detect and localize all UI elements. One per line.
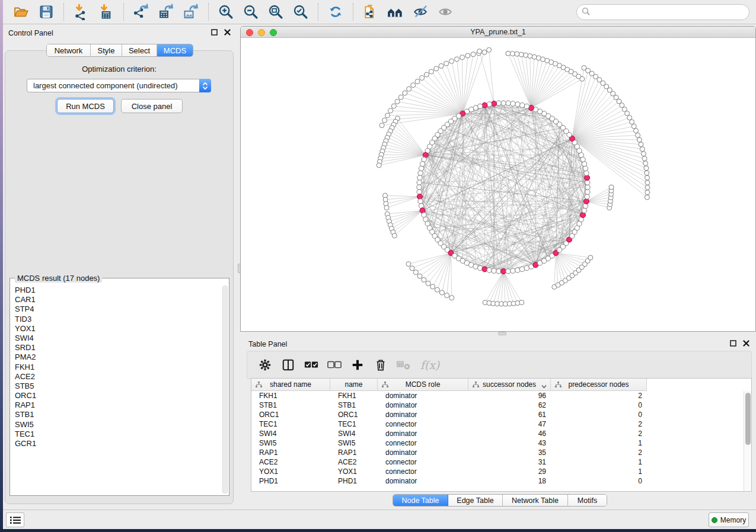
- export-table-icon[interactable]: [157, 3, 175, 21]
- graph-node[interactable]: [584, 171, 589, 175]
- scrollbar-thumb[interactable]: [745, 393, 751, 445]
- graph-leaf-node[interactable]: [528, 54, 532, 59]
- graph-node[interactable]: [515, 102, 520, 107]
- graph-leaf-node[interactable]: [515, 52, 519, 56]
- mcds-node[interactable]: [417, 194, 422, 199]
- graph-node[interactable]: [519, 102, 524, 107]
- mcds-node-item[interactable]: CAR1: [11, 295, 221, 305]
- mcds-node-item[interactable]: SWI5: [11, 420, 221, 430]
- delete-icon[interactable]: [374, 358, 388, 372]
- graph-node[interactable]: [492, 268, 496, 273]
- graph-leaf-node[interactable]: [444, 61, 449, 66]
- add-icon[interactable]: [350, 358, 365, 372]
- search-input[interactable]: [593, 8, 735, 17]
- graph-node[interactable]: [417, 185, 422, 190]
- mcds-node[interactable]: [482, 267, 487, 272]
- graph-leaf-node[interactable]: [392, 233, 397, 238]
- graph-leaf-node[interactable]: [449, 296, 454, 300]
- optimization-criterion-select[interactable]: largest connected component (undirected): [27, 79, 211, 92]
- graph-leaf-node[interactable]: [449, 59, 454, 63]
- graph-node[interactable]: [515, 268, 520, 273]
- graph-node[interactable]: [511, 101, 515, 106]
- export-network-icon[interactable]: [132, 3, 150, 21]
- graph-leaf-node[interactable]: [426, 281, 430, 286]
- network-graph-canvas[interactable]: [241, 39, 755, 331]
- graph-leaf-node[interactable]: [439, 290, 444, 295]
- graph-leaf-node[interactable]: [645, 190, 650, 195]
- houses-icon[interactable]: [387, 3, 404, 21]
- zoom-fit-icon[interactable]: [267, 3, 285, 21]
- graph-node[interactable]: [418, 171, 423, 175]
- graph-leaf-node[interactable]: [424, 72, 429, 77]
- graph-node[interactable]: [583, 166, 588, 171]
- zoom-selected-icon[interactable]: [292, 3, 310, 21]
- graph-leaf-node[interactable]: [403, 91, 407, 95]
- refresh-icon[interactable]: [327, 3, 344, 21]
- graph-leaf-node[interactable]: [524, 53, 528, 57]
- table-row[interactable]: SWI5SWI5connector431: [251, 438, 743, 448]
- graph-node[interactable]: [496, 101, 501, 105]
- graph-node[interactable]: [585, 185, 590, 190]
- zoom-in-icon[interactable]: [217, 3, 235, 21]
- graph-leaf-node[interactable]: [407, 86, 412, 91]
- graph-leaf-node[interactable]: [482, 50, 487, 55]
- select-all-icon[interactable]: [304, 358, 318, 372]
- open-folder-icon[interactable]: [12, 3, 30, 21]
- graph-node[interactable]: [585, 190, 590, 194]
- graph-node[interactable]: [420, 162, 425, 166]
- graph-node[interactable]: [506, 101, 511, 105]
- graph-leaf-node[interactable]: [634, 129, 639, 133]
- graph-node[interactable]: [417, 175, 422, 180]
- columns-icon[interactable]: [281, 358, 295, 372]
- settings-icon[interactable]: [258, 358, 272, 372]
- graph-leaf-node[interactable]: [519, 52, 524, 57]
- share-document-icon[interactable]: [362, 3, 379, 21]
- table-row[interactable]: PHD1PHD1dominator180: [251, 476, 743, 486]
- graph-leaf-node[interactable]: [582, 66, 586, 70]
- graph-leaf-node[interactable]: [420, 76, 425, 81]
- graph-leaf-node[interactable]: [510, 52, 515, 56]
- graph-leaf-node[interactable]: [471, 52, 476, 57]
- graph-leaf-node[interactable]: [382, 118, 387, 123]
- column-header-shared-name[interactable]: shared name: [251, 379, 330, 391]
- graph-leaf-node[interactable]: [609, 185, 614, 190]
- graph-leaf-node[interactable]: [406, 262, 411, 267]
- save-icon[interactable]: [37, 3, 55, 21]
- zoom-out-icon[interactable]: [242, 3, 260, 21]
- graph-node[interactable]: [585, 180, 590, 185]
- table-row[interactable]: SWI4SWI4dominator462: [251, 429, 743, 438]
- mcds-node-item[interactable]: ACE2: [11, 372, 221, 382]
- graph-leaf-node[interactable]: [388, 108, 393, 113]
- graph-leaf-node[interactable]: [439, 63, 444, 68]
- graph-leaf-node[interactable]: [413, 270, 418, 275]
- graph-node[interactable]: [501, 101, 506, 105]
- graph-leaf-node[interactable]: [636, 133, 640, 137]
- graph-node[interactable]: [487, 268, 492, 273]
- graph-leaf-node[interactable]: [532, 55, 537, 59]
- graph-leaf-node[interactable]: [465, 53, 470, 58]
- graph-leaf-node[interactable]: [445, 293, 449, 298]
- graph-leaf-node[interactable]: [379, 123, 384, 128]
- graph-leaf-node[interactable]: [536, 56, 541, 60]
- graph-leaf-node[interactable]: [630, 120, 634, 124]
- mcds-node-item[interactable]: RAP1: [11, 400, 221, 410]
- tab-motifs[interactable]: Motifs: [568, 495, 607, 506]
- graph-leaf-node[interactable]: [385, 113, 390, 118]
- mcds-node-item[interactable]: TEC1: [11, 430, 221, 439]
- panel-menu-button[interactable]: [6, 512, 24, 527]
- graph-node[interactable]: [417, 190, 422, 194]
- graph-leaf-node[interactable]: [643, 161, 648, 166]
- graph-leaf-node[interactable]: [430, 284, 435, 289]
- graph-leaf-node[interactable]: [645, 195, 649, 200]
- tab-select[interactable]: Select: [122, 44, 157, 56]
- graph-node[interactable]: [418, 199, 423, 204]
- import-table-icon[interactable]: [97, 3, 115, 21]
- table-row[interactable]: FKH1FKH1dominator962: [251, 391, 743, 400]
- column-header-MCDS-role[interactable]: MCDS role: [378, 379, 468, 391]
- mcds-node[interactable]: [492, 101, 497, 106]
- graph-node[interactable]: [496, 269, 501, 274]
- graph-leaf-node[interactable]: [435, 287, 439, 292]
- tab-style[interactable]: Style: [91, 44, 122, 56]
- tab-edge-table[interactable]: Edge Table: [448, 495, 503, 506]
- deselect-all-icon[interactable]: [327, 358, 342, 372]
